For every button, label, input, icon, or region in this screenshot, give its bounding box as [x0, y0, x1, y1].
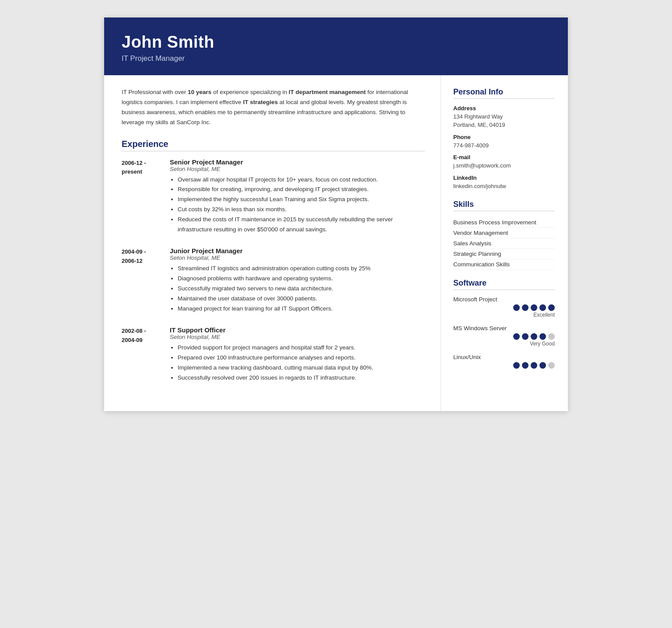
address-label: Address: [453, 105, 555, 112]
address-value: 134 Rightward WayPortland, ME, 04019: [453, 112, 555, 129]
dot: [548, 304, 555, 311]
software-dots-1: [513, 304, 555, 311]
dot: [539, 362, 546, 369]
skills-list: Business Process Improvement Vendor Mana…: [453, 217, 555, 270]
linkedin-label: LinkedIn: [453, 174, 555, 181]
bullet: Oversaw all major hospital IT projects f…: [178, 175, 425, 185]
dot: [539, 333, 546, 340]
phone-label: Phone: [453, 134, 555, 140]
software-name-1: Microsoft Project: [453, 296, 555, 303]
software-divider: [453, 290, 555, 290]
skill-item: Sales Analysis: [453, 238, 555, 249]
skill-item: Strategic Planning: [453, 249, 555, 259]
software-name-2: MS Windows Server: [453, 325, 555, 331]
exp-company-1: Seton Hospital, ME: [170, 166, 425, 172]
personal-info-email: E-mail j.smith@uptowork.com: [453, 154, 555, 170]
software-item-2: MS Windows Server Very Good: [453, 325, 555, 347]
dot: [531, 304, 537, 311]
exp-title-2: Junior Project Manager: [170, 247, 425, 255]
bullet: Reduced the costs of IT maintenance in 2…: [178, 215, 425, 235]
dot: [522, 333, 528, 340]
dot: [548, 362, 555, 369]
exp-bullets-3: Provided support for project managers an…: [170, 343, 425, 383]
exp-dates-2: 2004-09 -2006-12: [122, 247, 170, 314]
bullet: Responsible for creating, improving, and…: [178, 185, 425, 195]
phone-value: 774-987-4009: [453, 141, 555, 150]
exp-content-3: IT Support Officer Seton Hospital, ME Pr…: [170, 326, 425, 383]
bullet: Managed project for lean training for al…: [178, 304, 425, 314]
software-section-title: Software: [453, 279, 555, 288]
skill-item: Communication Skills: [453, 259, 555, 270]
exp-dates-1: 2006-12 -present: [122, 158, 170, 235]
personal-info-title: Personal Info: [453, 87, 555, 97]
software-rating-3: [453, 362, 555, 370]
linkedin-value: linkedin.com/johnutw: [453, 182, 555, 191]
experience-divider: [122, 151, 425, 151]
experience-entry-1: 2006-12 -present Senior Project Manager …: [122, 158, 425, 235]
bullet: Diagnosed problems with hardware and ope…: [178, 274, 425, 284]
experience-entry-3: 2002-08 -2004-09 IT Support Officer Seto…: [122, 326, 425, 383]
dot: [522, 304, 528, 311]
resume-header: John Smith IT Project Manager: [104, 17, 568, 75]
sidebar-column: Personal Info Address 134 Rightward WayP…: [441, 75, 568, 411]
personal-info-address: Address 134 Rightward WayPortland, ME, 0…: [453, 105, 555, 129]
exp-content-2: Junior Project Manager Seton Hospital, M…: [170, 247, 425, 314]
main-column: IT Professional with over 10 years of ex…: [104, 75, 441, 411]
software-label-1: Excellent: [533, 312, 555, 318]
bullet: Cut costs by 32% in less than six months…: [178, 205, 425, 215]
skills-section-title: Skills: [453, 200, 555, 209]
exp-title-1: Senior Project Manager: [170, 158, 425, 166]
bullet: Streamlined IT logistics and administrat…: [178, 264, 425, 274]
software-dots-2: [513, 333, 555, 340]
email-label: E-mail: [453, 154, 555, 160]
dot: [522, 362, 528, 369]
candidate-name: John Smith: [122, 33, 550, 52]
software-rating-1: Excellent: [453, 304, 555, 318]
exp-title-3: IT Support Officer: [170, 326, 425, 334]
experience-entry-2: 2004-09 -2006-12 Junior Project Manager …: [122, 247, 425, 314]
exp-bullets-1: Oversaw all major hospital IT projects f…: [170, 175, 425, 235]
skill-item: Business Process Improvement: [453, 217, 555, 228]
resume: John Smith IT Project Manager IT Profess…: [104, 17, 568, 411]
software-item-3: Linux/Unix: [453, 354, 555, 370]
exp-company-3: Seton Hospital, ME: [170, 334, 425, 340]
dot: [513, 304, 520, 311]
bullet: Provided support for project managers an…: [178, 343, 425, 353]
bullet: Prepared over 100 infrastructure perform…: [178, 353, 425, 363]
summary-text: IT Professional with over 10 years of ex…: [122, 87, 425, 128]
exp-company-2: Seton Hospital, ME: [170, 255, 425, 261]
dot: [513, 362, 520, 369]
dot: [539, 304, 546, 311]
software-rating-2: Very Good: [453, 333, 555, 347]
personal-info-phone: Phone 774-987-4009: [453, 134, 555, 150]
skill-item: Vendor Management: [453, 228, 555, 238]
personal-info-divider: [453, 98, 555, 99]
personal-info-linkedin: LinkedIn linkedin.com/johnutw: [453, 174, 555, 191]
dot: [531, 362, 537, 369]
email-value: j.smith@uptowork.com: [453, 161, 555, 170]
dot: [513, 333, 520, 340]
exp-dates-3: 2002-08 -2004-09: [122, 326, 170, 383]
bullet: Successfully resolved over 200 issues in…: [178, 373, 425, 383]
software-dots-3: [513, 362, 555, 369]
dot: [531, 333, 537, 340]
bullet: Implemented a new tracking dashboard, cu…: [178, 363, 425, 373]
exp-content-1: Senior Project Manager Seton Hospital, M…: [170, 158, 425, 235]
resume-body: IT Professional with over 10 years of ex…: [104, 75, 568, 411]
software-label-2: Very Good: [530, 341, 555, 347]
candidate-title: IT Project Manager: [122, 54, 550, 63]
bullet: Maintained the user database of over 300…: [178, 294, 425, 304]
software-name-3: Linux/Unix: [453, 354, 555, 360]
exp-bullets-2: Streamlined IT logistics and administrat…: [170, 264, 425, 314]
skills-divider: [453, 211, 555, 211]
bullet: Implemented the highly successful Lean T…: [178, 195, 425, 205]
experience-section-title: Experience: [122, 139, 425, 149]
software-item-1: Microsoft Project Excellent: [453, 296, 555, 318]
dot: [548, 333, 555, 340]
bullet: Successfully migrated two servers to new…: [178, 284, 425, 294]
